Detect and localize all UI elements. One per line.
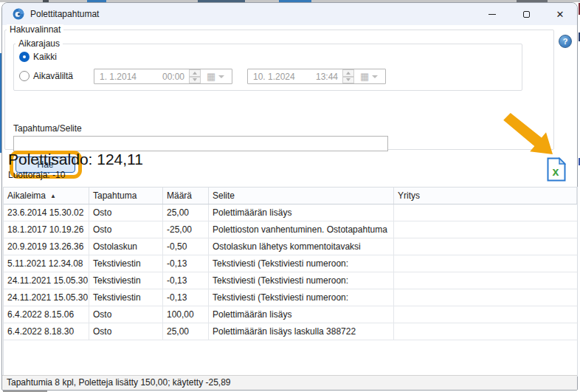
radio-range-dot[interactable] [19,71,30,81]
table-cell: 24.11.2021 15.05.30 [4,289,89,306]
table-row[interactable]: 24.11.2021 15.05.30Tekstiviestin-0,13Tek… [4,289,577,306]
date-from-value[interactable]: 1. 1.2014 [94,72,162,82]
time-to-spinner[interactable] [342,69,354,83]
table-cell: Tekstiviestin [89,255,163,272]
table-cell: Osto [89,221,163,238]
column-header-label: Tapahtuma [93,190,137,201]
table-cell: Polettioston vanhentuminen. Ostotapahtum… [209,221,394,238]
table-cell: Ostolaskun [89,238,163,255]
time-range-label: Aikarajaus [15,38,63,49]
calendar-dropdown-button[interactable]: ▦ [360,72,378,81]
column-header-label: Aikaleima [7,190,46,201]
sort-ascending-icon: ▲ [50,193,56,199]
event-filter-label: Tapahtuma/Selite [13,123,82,134]
table-cell [394,272,577,289]
table-cell: -0,13 [163,255,209,272]
balance-heading: Polettisaldo: 124,11 [8,151,143,168]
date-to-value[interactable]: 10. 1.2024 [248,72,316,82]
table-cell: 25,00 [163,204,209,221]
dialog-window: Polettitapahtumat ✕ Hakuvalinnat Aikaraj… [1,2,578,391]
chevron-down-icon [372,75,378,78]
search-options-label: Hakuvalinnat [7,24,63,35]
column-header-tapahtuma[interactable]: Tapahtuma [89,188,163,204]
time-from-value[interactable]: 00:00 [162,72,187,82]
maximize-button[interactable] [509,3,543,25]
table-cell: Tekstiviestin [89,272,163,289]
column-header-aikaleima[interactable]: Aikaleima▲ [4,188,89,204]
help-glyph: ? [563,37,568,46]
table-cell [394,323,577,340]
search-options-group: Hakuvalinnat Aikarajaus Kaikki Aikavälil… [4,30,554,150]
app-logo-icon [13,8,24,20]
column-header-label: Selite [213,190,235,201]
event-filter-input[interactable] [13,136,388,151]
time-to-value[interactable]: 13:44 [316,72,341,82]
title-bar: Polettitapahtumat ✕ [2,3,577,25]
table-cell: Osto [89,204,163,221]
table-row[interactable]: 6.4.2022 8.18.30Osto25,00Polettimäärän l… [4,323,577,340]
arrow-down-icon [346,78,351,81]
radio-all[interactable]: Kaikki [19,52,57,62]
excel-export-icon[interactable]: x [546,157,567,182]
table-cell [394,204,577,221]
table-cell [394,238,577,255]
table-cell: -0,13 [163,289,209,306]
table-row[interactable]: 18.1.2017 10.19.26Osto-25,00Polettioston… [4,221,577,238]
time-from-spinner[interactable] [189,69,201,83]
table-cell [394,255,577,272]
window-title: Polettitapahtumat [30,9,99,19]
table-cell: 24.11.2021 15.05.30 [4,272,89,289]
column-header-yritys[interactable]: Yritys [394,188,577,204]
table-row[interactable]: 6.4.2022 8.15.06Osto100,00Polettimäärän … [4,306,577,323]
table-row[interactable]: 23.6.2014 15.30.02Osto25,00Polettimäärän… [4,204,577,221]
radio-all-label: Kaikki [33,52,57,62]
status-bar-text: Tapahtumia 8 kpl, Poletteja lisätty 150,… [7,377,231,388]
radio-range-label: Aikaväliltä [33,71,73,81]
spinner-up-button[interactable] [189,69,201,77]
table-body: 23.6.2014 15.30.02Osto25,00Polettimäärän… [4,204,577,340]
table-cell: Osto [89,323,163,340]
table-cell: Polettimäärän lisäys [209,204,394,221]
status-bar: Tapahtumia 8 kpl, Poletteja lisätty 150,… [2,375,577,390]
table-row[interactable]: 20.9.2019 13.26.36Ostolaskun-0,50Ostolas… [4,238,577,255]
svg-text:x: x [553,165,559,178]
table-cell: 23.6.2014 15.30.02 [4,204,89,221]
table-cell: Tekstiviestin [89,289,163,306]
minimize-icon [488,14,496,15]
table-row[interactable]: 5.11.2021 12.34.08Tekstiviestin-0,13Teks… [4,255,577,272]
credit-limit-text: Luottoraja: -10 [8,170,65,180]
table-cell: 5.11.2021 12.34.08 [4,255,89,272]
column-header-label: Määrä [167,190,192,201]
calendar-dropdown-button[interactable]: ▦ [207,72,224,81]
table-cell: 100,00 [163,306,209,323]
calendar-icon: ▦ [207,72,215,81]
time-range-group: Aikarajaus Kaikki Aikaväliltä 1. 1.2014 … [13,44,522,91]
table-cell: Tekstiviesti (Tekstiviesti numeroon: [209,255,394,272]
close-button[interactable]: ✕ [543,3,577,25]
table-cell: 6.4.2022 8.18.30 [4,323,89,340]
column-header-selite[interactable]: Selite [209,188,394,204]
table-cell: 6.4.2022 8.15.06 [4,306,89,323]
spinner-up-button[interactable] [342,69,354,77]
table-cell: Tekstiviesti (Tekstiviesti numeroon: [209,289,394,306]
column-header-maara[interactable]: Määrä [163,188,209,204]
table-cell: Polettimäärän lisäys [209,306,394,323]
spinner-down-button[interactable] [342,77,354,84]
help-icon[interactable]: ? [559,35,572,48]
spinner-down-button[interactable] [189,77,201,84]
table-header-row: Aikaleima▲ Tapahtuma Määrä Selite Yritys [4,188,577,204]
table-cell: Osto [89,306,163,323]
table-row[interactable]: 24.11.2021 15.05.30Tekstiviestin-0,13Tek… [4,272,577,289]
table-cell: Ostolaskun lähetys kommentoitavaksi [209,238,394,255]
radio-range[interactable]: Aikaväliltä [19,71,73,81]
table-cell: 20.9.2019 13.26.36 [4,238,89,255]
table-cell: -0,50 [163,238,209,255]
date-from-field[interactable]: 1. 1.2014 00:00 ▦ [94,69,232,84]
radio-all-dot[interactable] [19,52,30,62]
date-to-field[interactable]: 10. 1.2024 13:44 ▦ [247,69,386,84]
table-cell: 25,00 [163,323,209,340]
minimize-button[interactable] [475,3,509,25]
table-cell: Polettimäärän lisäys laskulla 388722 [209,323,394,340]
calendar-icon: ▦ [360,72,369,81]
arrow-down-icon [193,78,197,81]
